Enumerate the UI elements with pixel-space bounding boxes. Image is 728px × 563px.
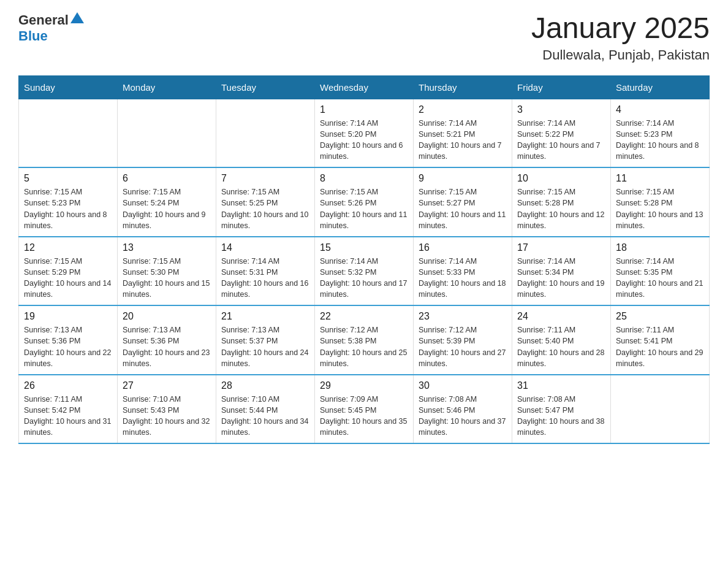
day-info: Sunrise: 7:15 AMSunset: 5:28 PMDaylight:…: [517, 186, 605, 231]
calendar-cell: 30Sunrise: 7:08 AMSunset: 5:46 PMDayligh…: [414, 375, 512, 444]
logo-arrow-icon: [70, 12, 84, 26]
day-number: 11: [616, 173, 704, 184]
day-info: Sunrise: 7:14 AMSunset: 5:35 PMDaylight:…: [616, 256, 704, 301]
day-header-wednesday: Wednesday: [315, 75, 414, 99]
day-number: 31: [517, 380, 605, 391]
day-info: Sunrise: 7:15 AMSunset: 5:26 PMDaylight:…: [320, 186, 408, 231]
calendar-title: January 2025: [531, 12, 710, 45]
calendar-cell: 29Sunrise: 7:09 AMSunset: 5:45 PMDayligh…: [315, 375, 414, 444]
day-info: Sunrise: 7:08 AMSunset: 5:46 PMDaylight:…: [419, 394, 507, 439]
calendar-cell: [216, 99, 315, 167]
day-header-friday: Friday: [512, 75, 611, 99]
calendar-cell: 9Sunrise: 7:15 AMSunset: 5:27 PMDaylight…: [414, 167, 512, 237]
calendar-cell: 18Sunrise: 7:14 AMSunset: 5:35 PMDayligh…: [611, 237, 710, 306]
day-number: 13: [123, 242, 211, 253]
day-number: 22: [320, 311, 408, 322]
day-number: 14: [221, 242, 309, 253]
day-info: Sunrise: 7:14 AMSunset: 5:31 PMDaylight:…: [221, 256, 309, 301]
week-row-5: 26Sunrise: 7:11 AMSunset: 5:42 PMDayligh…: [19, 375, 710, 444]
day-number: 30: [419, 380, 507, 391]
day-number: 3: [517, 104, 605, 115]
day-info: Sunrise: 7:08 AMSunset: 5:47 PMDaylight:…: [517, 394, 605, 439]
day-info: Sunrise: 7:15 AMSunset: 5:23 PMDaylight:…: [24, 186, 112, 231]
day-number: 15: [320, 242, 408, 253]
day-number: 12: [24, 242, 112, 253]
calendar-cell: 20Sunrise: 7:13 AMSunset: 5:36 PMDayligh…: [118, 305, 216, 375]
day-info: Sunrise: 7:11 AMSunset: 5:41 PMDaylight:…: [616, 324, 704, 369]
calendar-cell: 25Sunrise: 7:11 AMSunset: 5:41 PMDayligh…: [611, 305, 710, 375]
week-row-2: 5Sunrise: 7:15 AMSunset: 5:23 PMDaylight…: [19, 167, 710, 237]
day-info: Sunrise: 7:11 AMSunset: 5:42 PMDaylight:…: [24, 394, 112, 439]
calendar-cell: [611, 375, 710, 444]
calendar-cell: 22Sunrise: 7:12 AMSunset: 5:38 PMDayligh…: [315, 305, 414, 375]
calendar-cell: 11Sunrise: 7:15 AMSunset: 5:28 PMDayligh…: [611, 167, 710, 237]
day-info: Sunrise: 7:14 AMSunset: 5:33 PMDaylight:…: [419, 256, 507, 301]
calendar-cell: [118, 99, 216, 167]
calendar-cell: 2Sunrise: 7:14 AMSunset: 5:21 PMDaylight…: [414, 99, 512, 167]
day-info: Sunrise: 7:15 AMSunset: 5:25 PMDaylight:…: [221, 186, 309, 231]
day-number: 4: [616, 104, 704, 115]
calendar-table: SundayMondayTuesdayWednesdayThursdayFrid…: [18, 75, 710, 445]
day-number: 27: [123, 380, 211, 391]
day-number: 20: [123, 311, 211, 322]
logo-text-general: General: [18, 12, 69, 28]
day-info: Sunrise: 7:13 AMSunset: 5:37 PMDaylight:…: [221, 324, 309, 369]
day-number: 23: [419, 311, 507, 322]
day-number: 17: [517, 242, 605, 253]
day-info: Sunrise: 7:15 AMSunset: 5:24 PMDaylight:…: [123, 186, 211, 231]
day-info: Sunrise: 7:10 AMSunset: 5:43 PMDaylight:…: [123, 394, 211, 439]
day-info: Sunrise: 7:14 AMSunset: 5:34 PMDaylight:…: [517, 256, 605, 301]
day-number: 24: [517, 311, 605, 322]
day-number: 25: [616, 311, 704, 322]
day-info: Sunrise: 7:14 AMSunset: 5:32 PMDaylight:…: [320, 256, 408, 301]
day-info: Sunrise: 7:12 AMSunset: 5:39 PMDaylight:…: [419, 324, 507, 369]
calendar-cell: 26Sunrise: 7:11 AMSunset: 5:42 PMDayligh…: [19, 375, 118, 444]
day-number: 29: [320, 380, 408, 391]
calendar-cell: 10Sunrise: 7:15 AMSunset: 5:28 PMDayligh…: [512, 167, 611, 237]
calendar-cell: 31Sunrise: 7:08 AMSunset: 5:47 PMDayligh…: [512, 375, 611, 444]
calendar-cell: 8Sunrise: 7:15 AMSunset: 5:26 PMDaylight…: [315, 167, 414, 237]
calendar-cell: 23Sunrise: 7:12 AMSunset: 5:39 PMDayligh…: [414, 305, 512, 375]
day-number: 18: [616, 242, 704, 253]
calendar-subtitle: Dullewala, Punjab, Pakistan: [531, 47, 710, 63]
day-info: Sunrise: 7:14 AMSunset: 5:22 PMDaylight:…: [517, 118, 605, 163]
day-number: 26: [24, 380, 112, 391]
day-number: 2: [419, 104, 507, 115]
day-info: Sunrise: 7:14 AMSunset: 5:21 PMDaylight:…: [419, 118, 507, 163]
calendar-cell: 21Sunrise: 7:13 AMSunset: 5:37 PMDayligh…: [216, 305, 315, 375]
week-row-1: 1Sunrise: 7:14 AMSunset: 5:20 PMDaylight…: [19, 99, 710, 167]
calendar-cell: 1Sunrise: 7:14 AMSunset: 5:20 PMDaylight…: [315, 99, 414, 167]
day-info: Sunrise: 7:15 AMSunset: 5:30 PMDaylight:…: [123, 256, 211, 301]
day-info: Sunrise: 7:14 AMSunset: 5:23 PMDaylight:…: [616, 118, 704, 163]
calendar-cell: 28Sunrise: 7:10 AMSunset: 5:44 PMDayligh…: [216, 375, 315, 444]
day-header-tuesday: Tuesday: [216, 75, 315, 99]
day-number: 5: [24, 173, 112, 184]
day-number: 19: [24, 311, 112, 322]
title-section: January 2025 Dullewala, Punjab, Pakistan: [531, 12, 710, 63]
day-header-thursday: Thursday: [414, 75, 512, 99]
day-info: Sunrise: 7:09 AMSunset: 5:45 PMDaylight:…: [320, 394, 408, 439]
calendar-cell: 7Sunrise: 7:15 AMSunset: 5:25 PMDaylight…: [216, 167, 315, 237]
calendar-header: SundayMondayTuesdayWednesdayThursdayFrid…: [19, 75, 710, 99]
day-number: 9: [419, 173, 507, 184]
day-header-monday: Monday: [118, 75, 216, 99]
calendar-cell: 17Sunrise: 7:14 AMSunset: 5:34 PMDayligh…: [512, 237, 611, 306]
day-number: 7: [221, 173, 309, 184]
day-info: Sunrise: 7:15 AMSunset: 5:28 PMDaylight:…: [616, 186, 704, 231]
calendar-cell: 6Sunrise: 7:15 AMSunset: 5:24 PMDaylight…: [118, 167, 216, 237]
day-info: Sunrise: 7:12 AMSunset: 5:38 PMDaylight:…: [320, 324, 408, 369]
calendar-cell: 13Sunrise: 7:15 AMSunset: 5:30 PMDayligh…: [118, 237, 216, 306]
day-header-sunday: Sunday: [19, 75, 118, 99]
calendar-cell: [19, 99, 118, 167]
calendar-cell: 5Sunrise: 7:15 AMSunset: 5:23 PMDaylight…: [19, 167, 118, 237]
calendar-body: 1Sunrise: 7:14 AMSunset: 5:20 PMDaylight…: [19, 99, 710, 443]
calendar-cell: 4Sunrise: 7:14 AMSunset: 5:23 PMDaylight…: [611, 99, 710, 167]
day-number: 21: [221, 311, 309, 322]
day-info: Sunrise: 7:14 AMSunset: 5:20 PMDaylight:…: [320, 118, 408, 163]
page-header: General Blue January 2025 Dullewala, Pun…: [18, 12, 710, 63]
day-info: Sunrise: 7:10 AMSunset: 5:44 PMDaylight:…: [221, 394, 309, 439]
days-of-week-row: SundayMondayTuesdayWednesdayThursdayFrid…: [19, 75, 710, 99]
day-number: 1: [320, 104, 408, 115]
calendar-cell: 16Sunrise: 7:14 AMSunset: 5:33 PMDayligh…: [414, 237, 512, 306]
calendar-cell: 24Sunrise: 7:11 AMSunset: 5:40 PMDayligh…: [512, 305, 611, 375]
